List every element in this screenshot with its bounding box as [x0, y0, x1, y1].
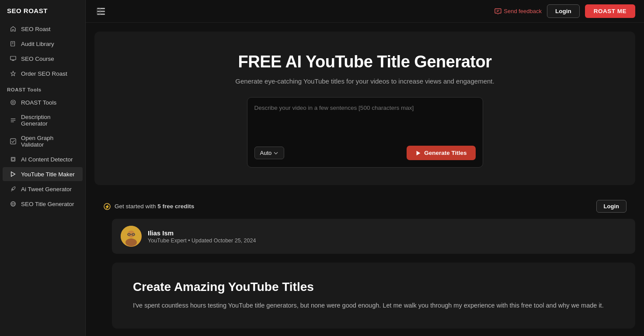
svg-rect-12	[10, 139, 16, 144]
sidebar-item-open-graph-validator[interactable]: Open Graph Validator	[3, 131, 83, 151]
svg-rect-14	[12, 158, 14, 160]
svg-point-8	[12, 102, 14, 103]
sidebar: SEO ROAST SEO Roast Audit Library	[0, 0, 86, 336]
topbar-right: Send feedback Login ROAST ME	[494, 4, 635, 18]
sidebar-item-roast-tools[interactable]: ROAST Tools	[3, 95, 83, 109]
feather-icon	[10, 186, 17, 192]
sidebar-item-seo-title-generator[interactable]: SEO Title Generator	[3, 197, 83, 211]
home-icon	[10, 25, 17, 32]
svg-marker-6	[11, 71, 16, 76]
hero-title: FREE AI YouTube Title Generator	[238, 52, 492, 71]
target-icon	[10, 99, 17, 106]
content-section: Create Amazing YouTube Titles I've spent…	[112, 262, 635, 329]
credits-icon: ⚡	[103, 203, 111, 210]
generate-titles-button[interactable]: Generate Titles	[407, 146, 475, 160]
sidebar-item-description-generator[interactable]: Description Generator	[3, 110, 83, 130]
video-description-textarea[interactable]	[254, 105, 476, 140]
globe-icon	[10, 200, 17, 207]
send-feedback-button[interactable]: Send feedback	[494, 8, 542, 15]
sidebar-item-order-seo-roast[interactable]: Order SEO Roast	[3, 66, 83, 80]
content-body: I've spent countless hours testing YouTu…	[133, 300, 614, 311]
svg-rect-21	[97, 10, 105, 12]
author-card: Ilias Ism YouTube Expert • Updated Octob…	[112, 219, 635, 254]
svg-marker-15	[11, 172, 15, 177]
credits-info: ⚡ Get started with 5 free credits	[103, 203, 194, 210]
topbar-left	[94, 5, 108, 18]
list-icon	[10, 117, 17, 124]
content-heading: Create Amazing YouTube Titles	[133, 280, 614, 294]
svg-point-7	[11, 100, 16, 105]
sidebar-item-ai-content-detector[interactable]: AI Content Detector	[3, 152, 83, 166]
play-icon	[10, 171, 17, 178]
credits-login-button[interactable]: Login	[596, 200, 627, 213]
check-icon	[10, 138, 17, 145]
cpu-icon	[10, 156, 17, 163]
svg-text:⚡: ⚡	[104, 204, 110, 210]
sidebar-item-audit-library[interactable]: Audit Library	[3, 37, 83, 51]
sidebar-item-seo-course[interactable]: SEO Course	[3, 52, 83, 66]
svg-point-30	[128, 231, 135, 238]
star-icon	[10, 70, 17, 77]
topbar: Send feedback Login ROAST ME	[86, 0, 644, 23]
credits-text: Get started with 5 free credits	[115, 203, 194, 210]
svg-point-31	[125, 238, 137, 246]
main-content: Send feedback Login ROAST ME FREE AI You…	[86, 0, 644, 336]
auto-select-button[interactable]: Auto	[254, 147, 285, 159]
svg-marker-26	[417, 150, 421, 155]
sidebar-logo: SEO ROAST	[0, 7, 85, 21]
author-info: Ilias Ism YouTube Expert • Updated Octob…	[148, 229, 256, 244]
generator-box: Auto Generate Titles	[247, 97, 483, 168]
hero-subtitle: Generate eye-catching YouTube titles for…	[235, 77, 494, 85]
roast-tools-section-label: ROAST Tools	[0, 81, 85, 95]
sidebar-item-youtube-title-maker[interactable]: YouTube Title Maker	[3, 167, 83, 181]
sidebar-item-ai-tweet-generator[interactable]: Ai Tweet Generator	[3, 182, 83, 196]
author-meta: YouTube Expert • Updated October 25, 202…	[148, 238, 256, 244]
topbar-roast-me-button[interactable]: ROAST ME	[585, 4, 635, 18]
credits-bar: ⚡ Get started with 5 free credits Login	[94, 194, 635, 219]
generator-footer: Auto Generate Titles	[254, 146, 476, 160]
author-avatar	[121, 226, 142, 247]
hero-section: FREE AI YouTube Title Generator Generate…	[94, 32, 635, 185]
author-name: Ilias Ism	[148, 229, 256, 237]
sidebar-toggle-button[interactable]	[94, 5, 108, 18]
monitor-icon	[10, 55, 17, 62]
book-icon	[10, 40, 17, 47]
svg-rect-3	[10, 56, 16, 60]
topbar-login-button[interactable]: Login	[547, 4, 580, 18]
sidebar-item-seo-roast[interactable]: SEO Roast	[3, 22, 83, 36]
